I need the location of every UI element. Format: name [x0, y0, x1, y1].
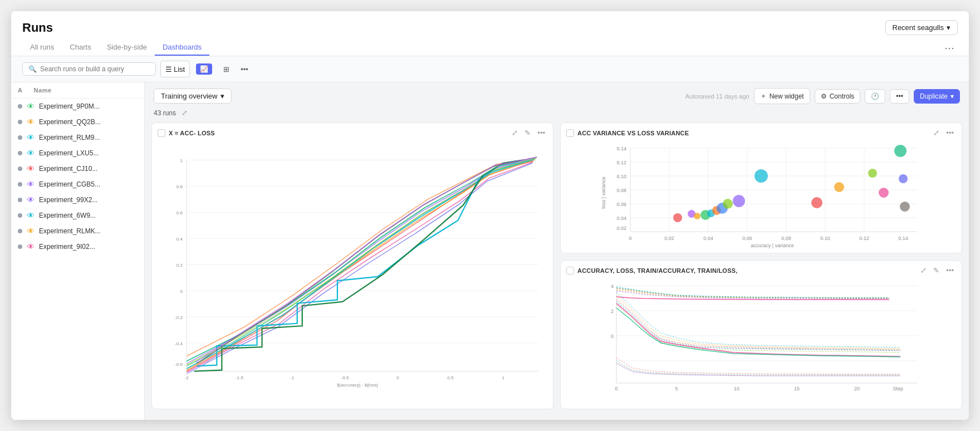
line-fullscreen-button[interactable]: ⤢ [918, 265, 929, 276]
tab-dashboards[interactable]: Dashboards [155, 40, 209, 56]
svg-text:2: 2 [611, 308, 614, 314]
duplicate-button[interactable]: Duplicate ▾ [914, 89, 960, 104]
line-edit-button[interactable]: ✎ [931, 265, 942, 276]
search-input[interactable] [40, 65, 150, 73]
list-item[interactable]: 👁 Experiment_QQ2B... [11, 114, 144, 130]
autosaved-label: Autosaved 11 days ago [685, 93, 749, 100]
list-view-button[interactable]: ☰ List [160, 61, 190, 77]
header-top: Runs Recent seagulls ▾ [22, 20, 958, 35]
scatter-chart-area: 0.14 0.12 0.10 0.08 0.06 0.04 0.02 0 0.0… [561, 140, 962, 253]
clock-button[interactable]: 🕐 [865, 89, 885, 104]
list-item[interactable]: 👁 Experiment_CJ10... [11, 161, 144, 177]
list-item[interactable]: 👁 Experiment_CGB5... [11, 177, 144, 192]
expand-runs-button[interactable]: ⤢ [179, 107, 190, 118]
run-name: Experiment_CGB5... [39, 180, 100, 188]
svg-text:loss | variance: loss | variance [601, 177, 606, 208]
list-label: List [174, 65, 185, 74]
svg-text:0.6: 0.6 [177, 210, 183, 215]
svg-text:0.12: 0.12 [616, 160, 626, 165]
header-menu-button[interactable]: ⋯ [941, 41, 958, 55]
run-name: Experiment_RLMK... [39, 227, 101, 235]
chevron-down-icon: ▾ [947, 23, 950, 32]
tab-charts[interactable]: Charts [62, 40, 99, 56]
dashboard-title-button[interactable]: Training overview ▾ [154, 89, 232, 104]
tab-side-by-side[interactable]: Side-by-side [99, 40, 155, 56]
svg-point-33 [694, 213, 700, 219]
chart-view-button[interactable]: 📈 [191, 61, 217, 77]
header: Runs Recent seagulls ▾ All runs Charts S… [11, 11, 969, 56]
svg-text:-0.2: -0.2 [175, 315, 183, 320]
svg-point-40 [754, 169, 768, 183]
scatter-checkbox[interactable] [566, 129, 574, 137]
svg-text:${accuracy} - ${loss}: ${accuracy} - ${loss} [337, 383, 378, 388]
large-chart-svg: 1 0.8 0.6 0.4 0.2 0 -0.2 -0.4 -0.6 -2 -1… [156, 143, 548, 399]
more-dashboard-button[interactable]: ••• [890, 89, 909, 104]
run-dot [18, 166, 22, 171]
list-icon: ☰ [165, 65, 172, 74]
svg-text:0.02: 0.02 [616, 226, 626, 231]
run-name: Experiment_QQ2B... [39, 118, 101, 126]
widget-grid: ACC VARIANCE vs LOSS VARIANCE ⤢ ••• [145, 123, 969, 416]
svg-text:10: 10 [734, 386, 739, 391]
run-dot [18, 198, 22, 202]
svg-text:4: 4 [611, 283, 614, 289]
svg-text:0.12: 0.12 [859, 236, 869, 241]
svg-point-39 [733, 195, 745, 207]
svg-text:-2: -2 [185, 375, 189, 380]
large-edit-button[interactable]: ✎ [522, 128, 533, 138]
svg-point-45 [894, 145, 906, 157]
controls-icon: ⚙ [821, 92, 827, 100]
line-more-button[interactable]: ••• [944, 265, 956, 276]
list-item[interactable]: 👁 Experiment_9I02... [11, 239, 144, 254]
run-dot [18, 135, 22, 140]
svg-point-43 [868, 169, 877, 178]
app-window: Runs Recent seagulls ▾ All runs Charts S… [11, 11, 969, 420]
svg-text:0.4: 0.4 [177, 237, 183, 242]
dashboard-title-label: Training overview [161, 92, 217, 100]
large-line-widget: x = acc- loss ⤢ ✎ ••• [151, 123, 553, 409]
run-dot [18, 229, 22, 233]
svg-text:0.06: 0.06 [616, 202, 626, 207]
list-item[interactable]: 👁 Experiment_99X2... [11, 192, 144, 208]
svg-text:0.2: 0.2 [177, 263, 183, 268]
search-icon: 🔍 [28, 65, 37, 73]
line-chart-svg: 4 2 0 0 5 10 15 20 Step [565, 280, 957, 403]
svg-text:accuracy | variance: accuracy | variance [751, 243, 793, 248]
large-checkbox[interactable] [158, 129, 165, 137]
line-widget-title: accuracy, loss, train/accuracy, train/lo… [577, 267, 915, 274]
runs-count-label: 43 runs [154, 109, 176, 117]
list-item[interactable]: 👁 Experiment_LXU5... [11, 145, 144, 161]
svg-point-46 [899, 174, 908, 183]
grid-view-button[interactable]: ⊞ [218, 61, 234, 77]
recent-seagulls-button[interactable]: Recent seagulls ▾ [885, 20, 958, 35]
list-item[interactable]: 👁 Experiment_RLM9... [11, 130, 144, 145]
list-item[interactable]: 👁 Experiment_9P0M... [11, 99, 144, 114]
more-options-button[interactable]: ••• [236, 61, 253, 77]
visibility-icon: 👁 [27, 133, 35, 142]
svg-text:0: 0 [396, 375, 399, 380]
new-widget-button[interactable]: ＋ New widget [754, 88, 810, 104]
view-buttons: ☰ List 📈 ⊞ ••• [160, 61, 253, 77]
large-fullscreen-button[interactable]: ⤢ [509, 128, 520, 138]
list-item[interactable]: 👁 Experiment_6W9... [11, 208, 144, 223]
main-content: A Name 👁 Experiment_9P0M... 👁 Experiment… [11, 82, 969, 420]
svg-text:0.14: 0.14 [616, 146, 626, 151]
col-name-heading: Name [34, 87, 52, 94]
scatter-widget-title: ACC VARIANCE vs LOSS VARIANCE [577, 130, 928, 136]
svg-text:-0.4: -0.4 [175, 341, 183, 346]
svg-text:0.08: 0.08 [781, 236, 791, 241]
grid-icon: ⊞ [223, 65, 229, 74]
line-checkbox[interactable] [566, 267, 574, 275]
col-name-label: A [18, 87, 23, 94]
scatter-more-button[interactable]: ••• [944, 128, 956, 138]
visibility-icon: 👁 [27, 117, 35, 126]
large-more-button[interactable]: ••• [535, 128, 547, 138]
run-list: 👁 Experiment_9P0M... 👁 Experiment_QQ2B..… [11, 99, 144, 254]
sidebar: A Name 👁 Experiment_9P0M... 👁 Experiment… [11, 82, 145, 420]
visibility-icon: 👁 [27, 102, 35, 111]
controls-button[interactable]: ⚙ Controls [815, 89, 861, 104]
list-item[interactable]: 👁 Experiment_RLMK... [11, 223, 144, 239]
tab-all-runs[interactable]: All runs [22, 40, 62, 56]
svg-text:0: 0 [629, 236, 631, 241]
scatter-fullscreen-button[interactable]: ⤢ [931, 128, 942, 138]
